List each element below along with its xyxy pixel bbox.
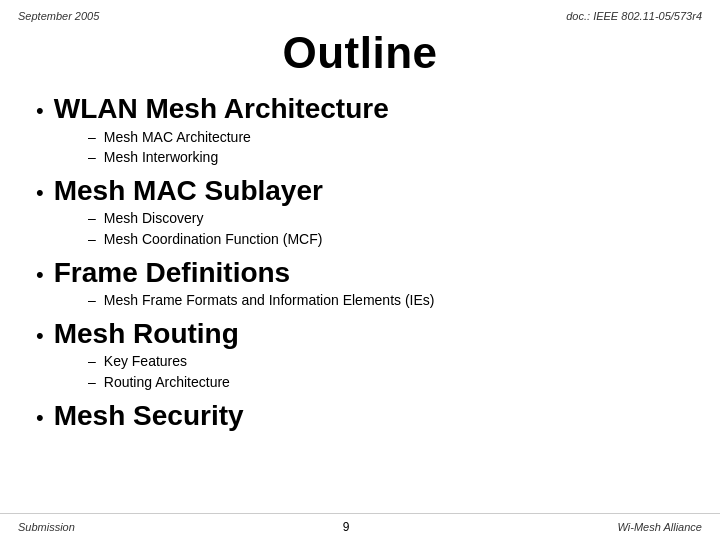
bullet-label-mac: Mesh MAC Sublayer xyxy=(54,174,323,208)
sub-text-frame-1: Mesh Frame Formats and Information Eleme… xyxy=(104,291,435,311)
header-date: September 2005 xyxy=(18,10,99,22)
sub-bullets-routing: – Key Features – Routing Architecture xyxy=(36,352,684,392)
slide-content: • WLAN Mesh Architecture – Mesh MAC Arch… xyxy=(0,92,720,432)
bullet-dot-2: • xyxy=(36,182,44,204)
bullet-dot-4: • xyxy=(36,325,44,347)
sub-bullets-mac: – Mesh Discovery – Mesh Coordination Fun… xyxy=(36,209,684,249)
sub-text-mac-2: Mesh Coordination Function (MCF) xyxy=(104,230,323,250)
bullet-main-frame: • Frame Definitions xyxy=(36,256,684,290)
sub-bullet-wlan-2: – Mesh Interworking xyxy=(88,148,684,168)
sub-text-routing-2: Routing Architecture xyxy=(104,373,230,393)
sub-dash: – xyxy=(88,210,96,226)
sub-dash: – xyxy=(88,292,96,308)
footer-submission: Submission xyxy=(18,521,75,533)
sub-bullet-mac-1: – Mesh Discovery xyxy=(88,209,684,229)
footer-alliance: Wi-Mesh Alliance xyxy=(618,521,702,533)
bullet-dot-5: • xyxy=(36,407,44,429)
bullet-dot-3: • xyxy=(36,264,44,286)
sub-dash: – xyxy=(88,374,96,390)
bullet-label-wlan: WLAN Mesh Architecture xyxy=(54,92,389,126)
header-doc: doc.: IEEE 802.11-05/573r4 xyxy=(566,10,702,22)
bullet-main-routing: • Mesh Routing xyxy=(36,317,684,351)
sub-text-wlan-1: Mesh MAC Architecture xyxy=(104,128,251,148)
bullet-label-routing: Mesh Routing xyxy=(54,317,239,351)
slide: September 2005 doc.: IEEE 802.11-05/573r… xyxy=(0,0,720,540)
sub-bullet-wlan-1: – Mesh MAC Architecture xyxy=(88,128,684,148)
bullet-dot-1: • xyxy=(36,100,44,122)
bullet-main-security: • Mesh Security xyxy=(36,399,684,433)
sub-bullet-routing-1: – Key Features xyxy=(88,352,684,372)
sub-dash: – xyxy=(88,129,96,145)
sub-bullet-frame-1: – Mesh Frame Formats and Information Ele… xyxy=(88,291,684,311)
bullet-wlan-mesh: • WLAN Mesh Architecture – Mesh MAC Arch… xyxy=(36,92,684,168)
sub-bullet-mac-2: – Mesh Coordination Function (MCF) xyxy=(88,230,684,250)
bullet-label-security: Mesh Security xyxy=(54,399,244,433)
sub-text-mac-1: Mesh Discovery xyxy=(104,209,204,229)
bullet-label-frame: Frame Definitions xyxy=(54,256,290,290)
sub-bullet-routing-2: – Routing Architecture xyxy=(88,373,684,393)
sub-text-wlan-2: Mesh Interworking xyxy=(104,148,218,168)
sub-bullets-frame: – Mesh Frame Formats and Information Ele… xyxy=(36,291,684,311)
slide-footer: Submission 9 Wi-Mesh Alliance xyxy=(0,513,720,540)
sub-dash: – xyxy=(88,353,96,369)
slide-title: Outline xyxy=(0,28,720,78)
sub-dash: – xyxy=(88,231,96,247)
bullet-mesh-mac: • Mesh MAC Sublayer – Mesh Discovery – M… xyxy=(36,174,684,250)
sub-text-routing-1: Key Features xyxy=(104,352,187,372)
slide-header: September 2005 doc.: IEEE 802.11-05/573r… xyxy=(0,0,720,26)
footer-page-number: 9 xyxy=(343,520,350,534)
bullet-main-mac: • Mesh MAC Sublayer xyxy=(36,174,684,208)
sub-dash: – xyxy=(88,149,96,165)
bullet-mesh-security: • Mesh Security xyxy=(36,399,684,433)
bullet-frame-def: • Frame Definitions – Mesh Frame Formats… xyxy=(36,256,684,311)
bullet-main-wlan: • WLAN Mesh Architecture xyxy=(36,92,684,126)
sub-bullets-wlan: – Mesh MAC Architecture – Mesh Interwork… xyxy=(36,128,684,168)
bullet-mesh-routing: • Mesh Routing – Key Features – Routing … xyxy=(36,317,684,393)
